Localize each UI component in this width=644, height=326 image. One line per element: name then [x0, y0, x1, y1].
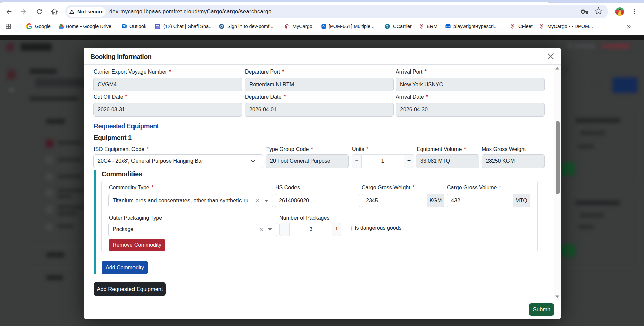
svg-text:box: box — [446, 26, 450, 28]
